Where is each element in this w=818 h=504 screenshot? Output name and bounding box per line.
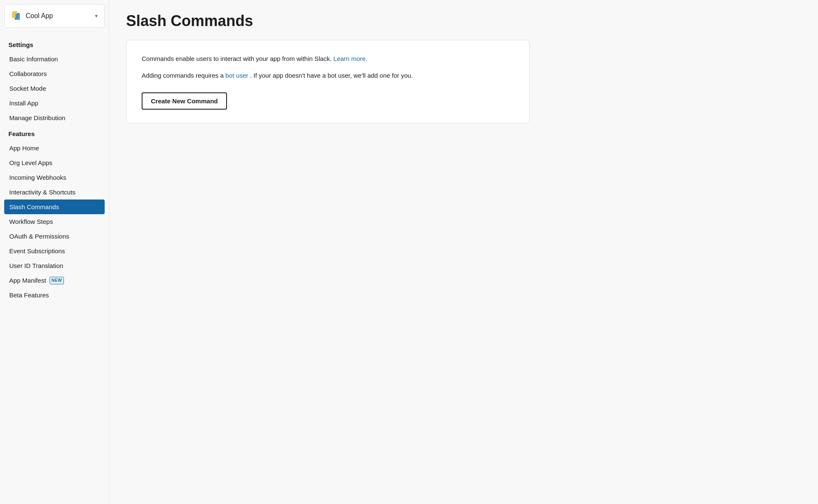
sidebar-item-manage-distribution[interactable]: Manage Distribution (4, 110, 105, 125)
bot-user-link[interactable]: bot user (225, 72, 248, 79)
sidebar-item-app-manifest[interactable]: App Manifest NEW (4, 273, 105, 288)
app-icon (11, 10, 22, 21)
sidebar-item-socket-mode[interactable]: Socket Mode (4, 81, 105, 96)
card-description-1: Commands enable users to interact with y… (142, 54, 514, 64)
sidebar-item-basic-information[interactable]: Basic Information (4, 52, 105, 66)
chevron-down-icon: ▾ (95, 13, 98, 19)
content-card: Commands enable users to interact with y… (126, 40, 530, 123)
sidebar-item-install-app[interactable]: Install App (4, 96, 105, 110)
main-content: Slash Commands Commands enable users to … (109, 0, 818, 504)
new-badge: NEW (50, 277, 64, 284)
sidebar-item-user-id-translation[interactable]: User ID Translation (4, 258, 105, 273)
sidebar-item-org-level-apps[interactable]: Org Level Apps (4, 155, 105, 170)
sidebar-navigation: Settings Basic Information Collaborators… (0, 28, 109, 504)
card-description-2: Adding commands requires a bot user . If… (142, 71, 514, 81)
page-title: Slash Commands (126, 12, 801, 30)
sidebar-item-collaborators[interactable]: Collaborators (4, 66, 105, 81)
description-1-text: Commands enable users to interact with y… (142, 55, 332, 62)
app-selector[interactable]: Cool App ▾ (4, 4, 105, 28)
svg-rect-3 (16, 14, 20, 20)
sidebar-item-interactivity-shortcuts[interactable]: Interactivity & Shortcuts (4, 185, 105, 200)
sidebar-item-beta-features[interactable]: Beta Features (4, 288, 105, 302)
sidebar-item-app-home[interactable]: App Home (4, 141, 105, 155)
create-new-command-button[interactable]: Create New Command (142, 92, 227, 110)
app-manifest-label: App Manifest (9, 276, 46, 285)
learn-more-link[interactable]: Learn more. (333, 55, 367, 62)
sidebar-item-incoming-webhooks[interactable]: Incoming Webhooks (4, 170, 105, 185)
sidebar-item-oauth-permissions[interactable]: OAuth & Permissions (4, 229, 105, 244)
features-section-title: Features (4, 125, 105, 141)
sidebar-item-event-subscriptions[interactable]: Event Subscriptions (4, 244, 105, 258)
description-2-suffix: . If your app doesn't have a bot user, w… (250, 72, 413, 79)
sidebar-item-workflow-steps[interactable]: Workflow Steps (4, 214, 105, 229)
description-2-prefix: Adding commands requires a (142, 72, 224, 79)
sidebar: Cool App ▾ Settings Basic Information Co… (0, 0, 109, 504)
app-name-label: Cool App (26, 12, 92, 20)
sidebar-item-slash-commands[interactable]: Slash Commands (4, 200, 105, 214)
settings-section-title: Settings (4, 36, 105, 52)
